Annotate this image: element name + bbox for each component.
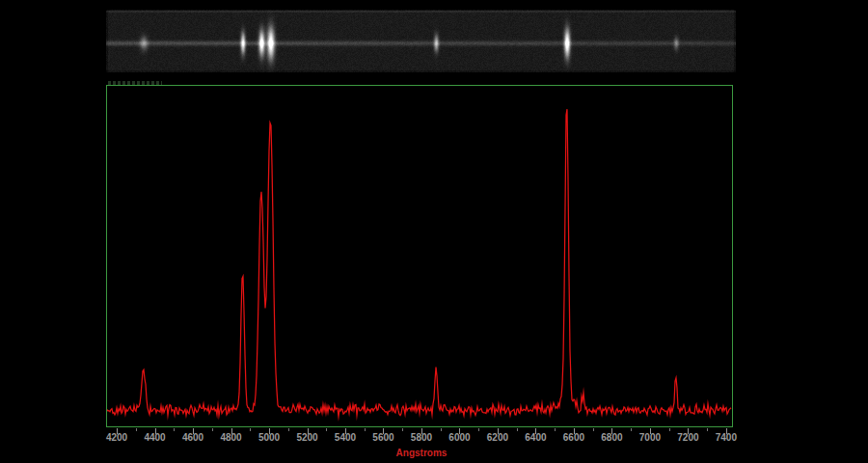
x-axis-minor-tick xyxy=(631,428,632,431)
x-axis-tick-label: 7000 xyxy=(629,432,671,443)
x-axis-tick-label: 6200 xyxy=(476,432,519,443)
x-axis-tick-label: 5400 xyxy=(324,432,366,443)
x-axis-minor-tick xyxy=(669,428,670,431)
x-axis-minor-tick xyxy=(402,428,403,431)
x-axis-tick-label: 4200 xyxy=(95,432,138,443)
profile-plot-frame xyxy=(106,85,733,427)
x-axis-minor-tick xyxy=(555,428,556,431)
x-axis-minor-tick xyxy=(136,428,137,431)
x-axis-tick-label: 7200 xyxy=(666,432,709,443)
x-axis-tick-label: 5600 xyxy=(362,432,404,443)
x-axis-minor-tick xyxy=(212,428,213,431)
x-axis-tick-label: 5200 xyxy=(286,432,329,443)
x-axis-minor-tick xyxy=(593,428,594,431)
x-axis-tick-label: 4800 xyxy=(210,432,253,443)
x-axis-tick-label: 5800 xyxy=(400,432,443,443)
spectrum-strip-image[interactable] xyxy=(106,10,736,72)
x-axis-tick-label: 4600 xyxy=(172,432,214,443)
x-axis-minor-tick xyxy=(250,428,251,431)
x-axis-tick-label: 6600 xyxy=(553,432,595,443)
x-axis-tick-label: 6800 xyxy=(590,432,633,443)
x-axis-tick-label: 6400 xyxy=(514,432,556,443)
x-axis-tick-label: 6000 xyxy=(438,432,480,443)
x-axis-title: Angstroms xyxy=(325,448,518,458)
x-axis-tick-label: 7400 xyxy=(705,432,747,443)
x-axis-minor-tick xyxy=(707,428,708,431)
spectrum-workspace: 4200440046004800500052005400560058006000… xyxy=(0,0,868,463)
x-axis-tick-label: 4400 xyxy=(134,432,176,443)
x-axis-minor-tick xyxy=(517,428,518,431)
x-axis-minor-tick xyxy=(174,428,175,431)
x-axis-minor-tick xyxy=(478,428,479,431)
x-axis-minor-tick xyxy=(288,428,289,431)
x-axis-minor-tick xyxy=(441,428,442,431)
x-axis-minor-tick xyxy=(326,428,327,431)
spectrum-profile-plot[interactable] xyxy=(107,86,732,426)
x-axis-minor-tick xyxy=(365,428,366,431)
x-axis-tick-label: 5000 xyxy=(248,432,290,443)
